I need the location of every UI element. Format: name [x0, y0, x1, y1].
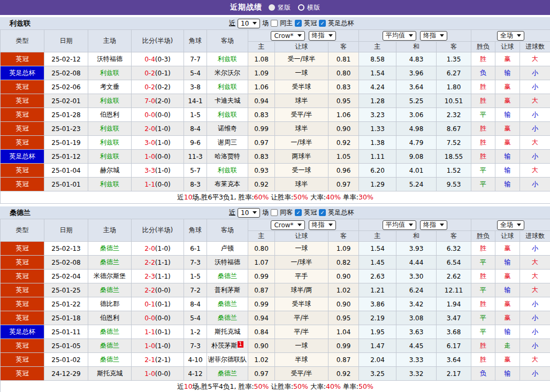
corners: 7-7: [184, 52, 207, 66]
crow-home-odds: 0.94: [248, 94, 275, 108]
sub-col-avg-draw: 和: [396, 231, 437, 242]
home-team: 桑德兰: [88, 283, 132, 297]
match-date: 25-01-19: [44, 136, 88, 150]
match-date: 25-02-12: [44, 52, 88, 66]
recent-count-select[interactable]: 10: [238, 208, 260, 218]
avg-away-odds: 3.64: [437, 353, 471, 367]
match-type-badge: 英足总杯: [1, 325, 44, 339]
avg-home-odds: 2.19: [359, 311, 396, 325]
league-championship-checkbox[interactable]: [295, 20, 302, 27]
match-type-badge: 英冠: [1, 108, 44, 122]
avg-draw-odds: 3.64: [396, 80, 437, 94]
recent-count-select[interactable]: 10: [238, 19, 260, 28]
result-wdl: 胜: [471, 150, 495, 164]
result-goals: 小: [520, 66, 550, 80]
match-row: 英冠24-12-29斯托克城1-0(0-0)4-12桑德兰0.97受平/半0.9…: [1, 367, 550, 381]
summary-stat-label: 单率:: [341, 382, 358, 390]
match-row: 英冠25-02-01利兹联7-0(2-0)14-1卡迪夫城0.94球半0.951…: [1, 94, 550, 108]
match-row: 英足总杯25-01-11桑德兰1-1(0-1)1-2斯托克城0.84平/半1.0…: [1, 325, 550, 339]
home-team: 赫尔城: [88, 164, 132, 178]
avg-draw-odds: 3.93: [396, 242, 437, 256]
sub-col-asian: 让球: [495, 231, 520, 242]
sub-col-away-odds: 客: [329, 42, 359, 52]
away-team: 米尔沃尔: [207, 66, 248, 80]
red-card-badge: 1: [238, 341, 243, 348]
match-type-badge: 英冠: [1, 136, 44, 150]
result-asian: 输: [495, 283, 520, 297]
scope-select[interactable]: 全场: [497, 220, 524, 230]
away-team: 利兹联: [207, 108, 248, 122]
crow-home-odds: 0.99: [248, 122, 275, 136]
match-row: 英冠25-01-23利兹联2-0(1-0)8-4诺维奇0.99球半0.901.3…: [1, 122, 550, 136]
result-goals: 大: [520, 52, 550, 66]
avg-away-odds: 6.32: [437, 242, 471, 256]
avg-draw-odds: 3.08: [396, 311, 437, 325]
crow-final-select[interactable]: 终指: [309, 220, 336, 230]
crow-final-select[interactable]: 终指: [309, 31, 336, 41]
home-team: 桑德兰: [88, 325, 132, 339]
sub-col-home-odds: 主: [248, 42, 275, 52]
summary-stat-label: 场,胜5平4负1, 胜率:: [193, 382, 254, 390]
home-team: 桑德兰: [88, 353, 132, 367]
summary-stat-label: 让胜率:: [269, 382, 293, 390]
avg-final-select[interactable]: 终指: [420, 31, 447, 41]
near-link[interactable]: 近: [229, 19, 235, 28]
handicap: 一/球半: [275, 136, 329, 150]
avg-provider-select[interactable]: 平均值: [383, 220, 416, 230]
top-bar: 近期战绩 竖版 横版: [0, 0, 550, 15]
home-team: 米德尔斯堡: [88, 270, 132, 283]
home-team: 考文垂: [88, 80, 132, 94]
summary-stat-value: 50%: [293, 193, 308, 201]
match-date: 25-01-23: [44, 122, 88, 136]
fa-cup-checkbox[interactable]: [319, 20, 326, 27]
sub-col-avg-away: 客: [437, 231, 471, 242]
match-score: 1-1(0-0): [132, 178, 184, 191]
crow-away-odds: 0.99: [329, 339, 359, 353]
avg-provider-select[interactable]: 平均值: [383, 31, 416, 41]
crow-home-odds: 1.09: [248, 66, 275, 80]
crow-away-odds: 1.09: [329, 242, 359, 256]
crow-home-odds: 0.97: [248, 367, 275, 381]
crow-home-odds: 0.83: [248, 108, 275, 122]
result-asian: 输: [495, 108, 520, 122]
same-venue-checkbox[interactable]: [271, 20, 278, 27]
match-score: 3-3(1-0): [132, 164, 184, 178]
chevron-down-icon: [409, 34, 413, 37]
avg-final-select[interactable]: 终指: [420, 220, 447, 230]
avg-home-odds: 3.86: [359, 297, 396, 311]
sub-col-wdl: 胜负: [471, 42, 495, 52]
match-row: 英冠25-02-06考文垂0-2(0-2)3-8利兹联1.06受半球0.834.…: [1, 80, 550, 94]
scope-select[interactable]: 全场: [497, 31, 524, 41]
near-link[interactable]: 近: [229, 208, 235, 217]
layout-vertical-radio[interactable]: 竖版: [269, 3, 291, 12]
sub-col-avg-home: 主: [359, 42, 396, 52]
result-asian: 赢: [495, 122, 520, 136]
fa-cup-checkbox[interactable]: [319, 209, 326, 216]
avg-home-odds: 1.38: [359, 136, 396, 150]
match-date: 25-02-01: [44, 94, 88, 108]
home-team: 桑德兰: [88, 256, 132, 270]
result-wdl: 胜: [471, 297, 495, 311]
sub-col-avg-away: 客: [437, 42, 471, 52]
match-row: 英冠25-02-08桑德兰2-2(1-1)7-3沃特福德1.07一/球半0.82…: [1, 256, 550, 270]
match-score: 1-1(0-1): [132, 325, 184, 339]
result-goals: 小: [520, 108, 550, 122]
col-score: 比分(半场): [132, 30, 184, 52]
home-team: 利兹联: [88, 122, 132, 136]
layout-horizontal-radio[interactable]: 横版: [298, 3, 320, 12]
handicap: 受平/半: [275, 108, 329, 122]
avg-draw-odds: 9.08: [396, 150, 437, 164]
match-score: 2-2(1-1): [132, 256, 184, 270]
crow-provider-select[interactable]: Crow*: [271, 220, 304, 230]
match-row: 英冠25-01-01利兹联1-1(0-0)8-3布莱克本0.92球半0.971.…: [1, 178, 550, 191]
same-venue-checkbox[interactable]: [271, 209, 278, 216]
handicap: 球半/两: [275, 283, 329, 297]
crow-provider-select[interactable]: Crow*: [271, 31, 304, 41]
away-team: 桑德兰: [207, 367, 248, 381]
avg-away-odds: 2.62: [437, 270, 471, 283]
match-type-badge: 英冠: [1, 164, 44, 178]
avg-away-odds: 3.47: [437, 311, 471, 325]
radio-unselected-icon: [298, 4, 304, 11]
col-date: 日期: [44, 219, 88, 242]
league-championship-checkbox[interactable]: [295, 209, 302, 216]
